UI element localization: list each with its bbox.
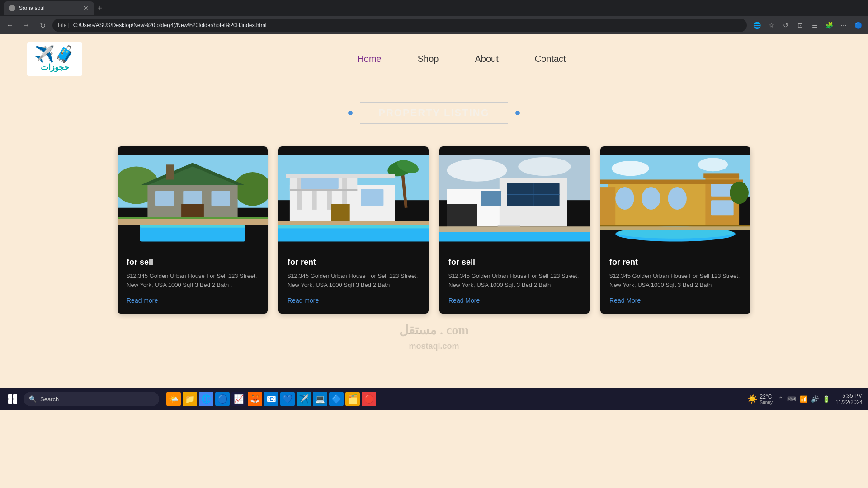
taskbar-app-chrome[interactable]: 🌐 <box>199 392 213 406</box>
windows-logo-icon <box>8 394 17 404</box>
address-scheme: File | <box>58 22 70 28</box>
logo[interactable]: ✈️🧳 حجوزات <box>27 42 82 76</box>
forward-button[interactable]: → <box>20 19 33 32</box>
taskbar-app-unknown3[interactable]: 🔴 <box>362 392 376 406</box>
site-header: ✈️🧳 حجوزات Home Shop About Contact <box>0 34 868 84</box>
property-image-4 <box>600 146 750 250</box>
speaker-icon[interactable]: 🔊 <box>811 395 819 403</box>
read-more-4[interactable]: Read More <box>609 297 641 304</box>
svg-point-50 <box>698 158 728 171</box>
back-button[interactable]: ← <box>4 19 16 32</box>
taskbar-app-widgets[interactable]: 🌤️ <box>166 392 181 406</box>
svg-rect-65 <box>600 226 750 230</box>
svg-rect-56 <box>668 187 687 210</box>
extensions-button[interactable]: 🧩 <box>823 19 835 32</box>
property-image-1 <box>118 146 268 250</box>
browser-window: Sama soul ✕ + ← → ↻ File | C:/Users/ASUS… <box>0 0 868 34</box>
property-type-1: for sell <box>127 258 259 267</box>
svg-point-49 <box>612 161 649 176</box>
property-desc-2: $12,345 Golden Urban House For Sell 123 … <box>288 272 420 289</box>
tab-close-button[interactable]: ✕ <box>83 5 89 12</box>
history-button[interactable]: ↺ <box>779 19 792 32</box>
svg-rect-55 <box>642 187 660 210</box>
edge-button[interactable]: 🔵 <box>852 19 864 32</box>
address-bar[interactable]: File | C:/Users/ASUS/Desktop/New%20folde… <box>52 19 747 32</box>
browser-tab-bar: Sama soul ✕ + <box>0 0 868 16</box>
start-button[interactable] <box>5 392 20 406</box>
svg-rect-14 <box>118 219 268 225</box>
taskbar-weather: ☀️ 22°C Sunny <box>747 394 773 405</box>
property-card-4: for rent $12,345 Golden Urban House For … <box>600 146 750 314</box>
taskbar-app-trading[interactable]: 📈 <box>231 392 246 406</box>
read-more-3[interactable]: Read More <box>448 297 480 304</box>
translate-button[interactable]: 🌐 <box>750 19 763 32</box>
taskbar-app-outlook[interactable]: 📧 <box>264 392 278 406</box>
taskbar-apps: 🌤️ 📁 🌐 🔵 📈 🦊 📧 💙 ✈️ 💻 🔷 🗂️ 🔴 <box>166 392 376 406</box>
property-type-4: for rent <box>609 258 741 267</box>
svg-rect-9 <box>212 191 231 206</box>
network-icon[interactable]: 📶 <box>800 395 807 403</box>
browser-tab[interactable]: Sama soul ✕ <box>4 1 94 15</box>
taskbar-app-file-mgr[interactable]: 🗂️ <box>345 392 360 406</box>
nav-shop[interactable]: Shop <box>418 54 439 64</box>
taskbar-search-icon: 🔍 <box>29 395 37 403</box>
section-title: PROPERTY LISTING <box>360 102 508 124</box>
taskbar-sys-icons: ⌃ ⌨ 📶 🔊 🔋 <box>778 395 830 403</box>
taskbar-app-edge2[interactable]: 🔷 <box>329 392 344 406</box>
svg-rect-13 <box>140 225 245 228</box>
svg-rect-25 <box>290 189 357 191</box>
svg-rect-60 <box>703 173 739 178</box>
logo-text: حجوزات <box>41 62 69 72</box>
property-card-2: for rent $12,345 Golden Urban House For … <box>278 146 429 314</box>
property-desc-4: $12,345 Golden Urban House For Sell 123 … <box>609 272 741 289</box>
new-tab-button[interactable]: + <box>98 4 103 13</box>
svg-rect-38 <box>447 204 477 226</box>
taskbar-app-unknown2[interactable]: 💙 <box>280 392 295 406</box>
address-url: C:/Users/ASUS/Desktop/New%20folder(4)/Ne… <box>73 22 267 28</box>
svg-point-61 <box>730 182 749 204</box>
property-card-1: for sell $12,345 Golden Urban House For … <box>118 146 268 314</box>
taskbar-app-file-explorer[interactable]: 📁 <box>183 392 197 406</box>
taskbar-app-telegram[interactable]: ✈️ <box>297 392 311 406</box>
collections-button[interactable]: ☰ <box>808 19 821 32</box>
svg-point-35 <box>518 157 571 176</box>
bookmark-button[interactable]: ☆ <box>765 19 778 32</box>
taskbar-time[interactable]: 5:35 PM 11/22/2024 <box>835 393 863 405</box>
split-view-button[interactable]: ⊡ <box>794 19 807 32</box>
taskbar-app-unknown1[interactable]: 🦊 <box>248 392 262 406</box>
taskbar-app-edge[interactable]: 🔵 <box>215 392 230 406</box>
property-card-3: for sell $12,345 Golden Urban House For … <box>439 146 590 314</box>
property-desc-1: $12,345 Golden Urban House For Sell 123 … <box>127 272 259 289</box>
svg-rect-42 <box>481 191 501 206</box>
svg-rect-30 <box>278 221 429 225</box>
svg-rect-58 <box>711 200 734 215</box>
svg-rect-29 <box>301 178 339 189</box>
menu-button[interactable]: ⋯ <box>837 19 850 32</box>
weather-condition: Sunny <box>760 400 773 405</box>
refresh-button[interactable]: ↻ <box>36 19 49 32</box>
svg-rect-47 <box>439 226 590 232</box>
property-info-3: for sell $12,345 Golden Urban House For … <box>439 250 590 314</box>
svg-rect-27 <box>331 204 350 223</box>
svg-rect-54 <box>615 187 634 210</box>
nav-about[interactable]: About <box>475 54 498 64</box>
property-image-2 <box>278 146 429 250</box>
section-dot-right <box>515 111 520 115</box>
section-dot-left <box>348 111 353 115</box>
website-content: ✈️🧳 حجوزات Home Shop About Contact PROPE… <box>0 34 868 388</box>
read-more-1[interactable]: Read more <box>127 297 158 304</box>
chevron-up-icon[interactable]: ⌃ <box>778 395 783 403</box>
keyboard-icon: ⌨ <box>787 395 796 403</box>
taskbar-app-vscode[interactable]: 💻 <box>313 392 327 406</box>
weather-temp: 22°C <box>760 394 773 400</box>
browser-toolbar-actions: 🌐 ☆ ↺ ⊡ ☰ 🧩 ⋯ 🔵 <box>750 19 864 32</box>
read-more-2[interactable]: Read more <box>288 297 319 304</box>
svg-rect-8 <box>183 191 202 206</box>
logo-icon: ✈️🧳 <box>34 46 75 62</box>
weather-icon: ☀️ <box>747 394 757 404</box>
svg-rect-52 <box>600 187 615 226</box>
property-image-3 <box>439 146 590 250</box>
nav-home[interactable]: Home <box>357 54 381 64</box>
nav-contact[interactable]: Contact <box>535 54 566 64</box>
taskbar-search[interactable]: 🔍 Search <box>24 392 159 406</box>
